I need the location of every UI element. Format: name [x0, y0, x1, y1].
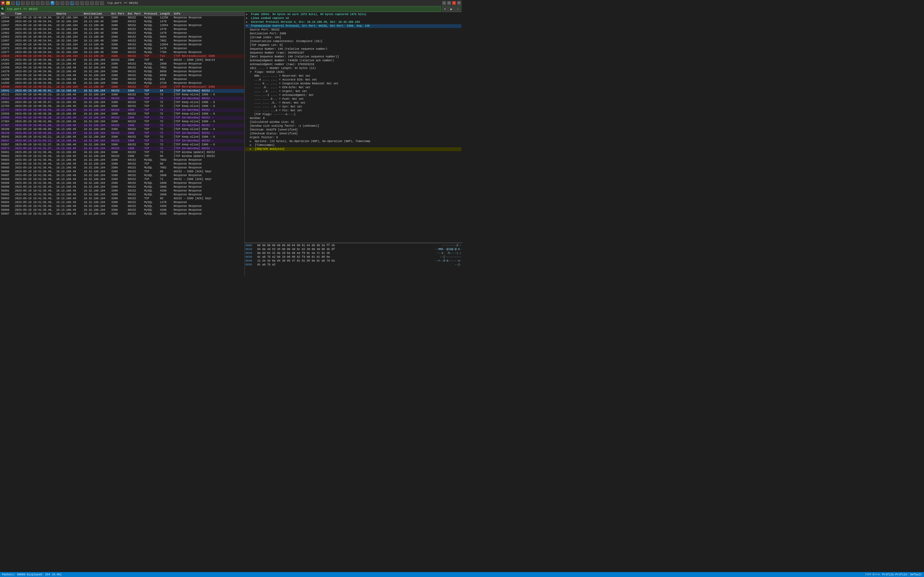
- table-row[interactable]: 138102023-05-19 18:40:34.96816210.32.186…: [0, 55, 244, 58]
- detail-next-seq[interactable]: [Next Sequence Number: 140 (relative seq…: [245, 55, 462, 59]
- table-row[interactable]: 301202023-05-19 18:40:48.88028110.13.180…: [0, 131, 244, 135]
- packet-list[interactable]: No. Time Source Destination Src Port Dst…: [0, 12, 245, 276]
- col-header-srcport[interactable]: Src Port: [110, 12, 126, 16]
- detail-timestamps[interactable]: ▶ [Timestamps]: [245, 143, 462, 147]
- detail-tcp[interactable]: ▼ Transmission Control Protocol, Src Por…: [245, 24, 462, 28]
- table-row[interactable]: 126442023-05-19 18:40:34.94314810.32.186…: [0, 16, 244, 20]
- table-row[interactable]: 227772023-05-19 18:40:36.59218610.13.180…: [0, 108, 244, 112]
- table-row[interactable]: 126672023-05-19 18:40:34.94334510.32.186…: [0, 39, 244, 43]
- table-row[interactable]: 566892023-05-19 18:41:36.46422710.13.180…: [0, 181, 244, 185]
- table-row[interactable]: 155402023-05-19 18:40:35.01408310.32.186…: [0, 85, 244, 89]
- col-header-source[interactable]: Source: [55, 12, 82, 16]
- detail-linux[interactable]: ▶ Linux cooked capture v2: [245, 16, 462, 20]
- detail-urgent-ptr[interactable]: Urgent Pointer: 0: [245, 136, 462, 140]
- hex-panel[interactable]: 000008 00 00 00 00 00 00 04 00 01 04 06 …: [245, 243, 462, 276]
- table-row[interactable]: 535672023-05-19 18:41:31.37612710.13.180…: [0, 143, 244, 147]
- table-row[interactable]: 566882023-05-19 18:41:36.46416910.13.180…: [0, 177, 244, 181]
- table-row[interactable]: 566922023-05-19 18:41:36.46424410.13.180…: [0, 193, 244, 197]
- detail-header-len[interactable]: 1011 .... = Header Length: 44 bytes (11): [245, 66, 462, 70]
- detail-flag-congestion[interactable]: .... 0... .... = Congestion Window Reduc…: [245, 82, 462, 86]
- detail-flags[interactable]: ▼ Flags: 0x010 (ACK): [245, 70, 462, 74]
- table-row[interactable]: 566852023-05-19 18:41:36.46399710.13.180…: [0, 166, 244, 170]
- detail-window-scale[interactable]: [Window size scaling factor: -1 (unknown…: [245, 124, 462, 128]
- detail-ack-num[interactable]: Acknowledgment Number: 744820 (relative …: [245, 59, 462, 63]
- detail-flag-push[interactable]: .... .... 0... = Push: Not set: [245, 97, 462, 101]
- table-row[interactable]: 142692023-05-19 18:40:34.98197710.13.180…: [0, 66, 244, 70]
- table-row[interactable]: 126722023-05-19 18:40:34.94342910.32.186…: [0, 47, 244, 50]
- table-row[interactable]: 566832023-05-19 18:41:36.46398910.13.180…: [0, 158, 244, 162]
- detail-flag-reset[interactable]: .... .... .0.. = Reset: Not set: [245, 101, 462, 105]
- filter-bookmark-button[interactable]: ☆: [455, 6, 461, 11]
- detail-stream[interactable]: [Stream index: 104]: [245, 36, 462, 40]
- minimize-button[interactable]: ─: [442, 1, 446, 5]
- detail-options[interactable]: ▶ Options: (24 bytes), No-Operation (NOP…: [245, 140, 462, 143]
- detail-src-port[interactable]: Source Port: 60152: [245, 28, 462, 32]
- detail-flag-fin[interactable]: .... .... ...0 = Fin: Not set: [245, 109, 462, 113]
- detail-seg-len[interactable]: [TCP Segment Len: 0]: [245, 44, 462, 47]
- detail-calc-window[interactable]: [Calculated window size: 0]: [245, 120, 462, 124]
- table-row[interactable]: 566972023-05-19 18:41:36.46333410.13.180…: [0, 212, 244, 216]
- col-header-length[interactable]: Length: [159, 12, 173, 16]
- table-row[interactable]: 393472023-05-19 18:41:03.21610710.13.180…: [0, 139, 244, 143]
- detail-ack-raw[interactable]: Acknowledgment number (raw): 3702029218: [245, 63, 462, 66]
- detail-flag-syn[interactable]: .... .... ..0. = Syn: Not set: [245, 105, 462, 109]
- detail-flag-reserved[interactable]: 000. .... .... = Reserved: Not set: [245, 74, 462, 78]
- table-row[interactable]: 535732023-05-19 18:41:31.37614110.13.180…: [0, 147, 244, 151]
- filter-apply-button[interactable]: ▶: [449, 6, 454, 11]
- table-row[interactable]: 126462023-05-19 18:40:34.94316610.32.186…: [0, 20, 244, 24]
- detail-seq-ack[interactable]: ▶ [SEQ/ACK analysis]: [245, 147, 462, 151]
- table-row[interactable]: 191122023-05-19 18:40:35.23208110.13.180…: [0, 97, 244, 101]
- maximize-button[interactable]: □: [447, 1, 451, 5]
- table-row[interactable]: 227652023-05-19 18:40:36.59216310.13.180…: [0, 105, 244, 108]
- filter-clear-button[interactable]: ✕: [442, 6, 448, 11]
- detail-frame[interactable]: ▶ Frame 15541: 84 bytes on wire (672 bit…: [245, 13, 462, 16]
- col-header-protocol[interactable]: Protocol: [143, 12, 159, 16]
- table-row[interactable]: 142802023-05-19 18:40:34.98208810.13.180…: [0, 77, 244, 81]
- col-header-no[interactable]: No.: [0, 12, 14, 16]
- table-row[interactable]: 142612023-05-19 18:40:34.98178610.13.180…: [0, 58, 244, 62]
- detail-flag-urgent[interactable]: .... ..0. .... = Urgent: Not set: [245, 90, 462, 93]
- table-row[interactable]: 142782023-05-19 18:40:34.98205710.13.180…: [0, 74, 244, 77]
- filter-input[interactable]: [5, 6, 441, 11]
- detail-checksum-status[interactable]: [Checksum Status: Unverified]: [245, 132, 462, 136]
- table-row[interactable]: 126622023-05-19 18:40:34.94329510.32.186…: [0, 31, 244, 35]
- table-row[interactable]: 126772023-05-19 18:40:34.94345310.32.186…: [0, 50, 244, 55]
- table-row[interactable]: 566932023-05-19 18:41:36.46425410.13.180…: [0, 197, 244, 201]
- col-header-destination[interactable]: Destination: [82, 12, 110, 16]
- table-row[interactable]: 235582023-05-19 18:40:38.38411510.13.180…: [0, 112, 244, 116]
- table-row[interactable]: 191112023-05-19 18:40:35.23207210.13.180…: [0, 93, 244, 97]
- table-row[interactable]: 566952023-05-19 18:41:36.46429010.13.180…: [0, 205, 244, 208]
- packet-detail[interactable]: ▶ Frame 15541: 84 bytes on wire (672 bit…: [245, 12, 462, 243]
- col-header-dstport[interactable]: Dst Port: [126, 12, 143, 16]
- table-row[interactable]: 566812023-05-19 18:41:36.46375610.13.180…: [0, 151, 244, 155]
- table-row[interactable]: 142832023-05-19 18:40:34.98213610.13.180…: [0, 81, 244, 85]
- col-header-time[interactable]: Time: [14, 12, 55, 16]
- table-row[interactable]: 273842023-05-19 18:40:41.90411510.13.180…: [0, 120, 244, 124]
- detail-window[interactable]: Window: 0: [245, 116, 462, 120]
- detail-conversation[interactable]: [Conversation completeness: Incomplete (…: [245, 40, 462, 44]
- detail-checksum[interactable]: Checksum: 0x82f9 [unverified]: [245, 128, 462, 132]
- table-row[interactable]: 155412023-05-19 18:40:35.01409210.13.180…: [0, 89, 244, 93]
- table-row[interactable]: 566942023-05-19 18:41:36.46428510.13.180…: [0, 201, 244, 205]
- col-header-info[interactable]: Info: [173, 12, 244, 16]
- table-row[interactable]: 220812023-05-19 18:40:35.67265810.13.180…: [0, 101, 244, 105]
- table-row[interactable]: 126472023-05-19 18:40:34.94317510.32.186…: [0, 24, 244, 27]
- table-row[interactable]: 566902023-05-19 18:41:36.46423210.13.180…: [0, 185, 244, 189]
- table-row[interactable]: 126592023-05-19 18:40:34.94329010.32.186…: [0, 27, 244, 31]
- table-row[interactable]: 566862023-05-19 18:41:36.46403510.13.180…: [0, 170, 244, 174]
- detail-seq-raw[interactable]: Sequence Number (raw): 3934032187: [245, 51, 462, 55]
- detail-flag-accurate[interactable]: ...0 .... .... = Accurate ECN: Not set: [245, 78, 462, 82]
- expand-button[interactable]: +: [457, 1, 461, 5]
- table-row[interactable]: 301092023-05-19 18:40:48.88025410.13.180…: [0, 127, 244, 131]
- detail-flag-ack[interactable]: .... ...1 .... = Acknowledgment: Set: [245, 93, 462, 97]
- table-row[interactable]: 566912023-05-19 18:41:36.46423910.13.180…: [0, 189, 244, 193]
- table-row[interactable]: 142632023-05-19 18:40:34.98194010.13.180…: [0, 62, 244, 66]
- detail-dst-port[interactable]: Destination Port: 3306: [245, 32, 462, 36]
- table-row[interactable]: 566842023-05-19 18:41:36.46400810.13.180…: [0, 162, 244, 166]
- window-close-button[interactable]: ✕: [452, 1, 456, 5]
- table-row[interactable]: 142702023-05-19 18:40:34.98198510.13.180…: [0, 70, 244, 74]
- detail-ipv4[interactable]: ▶ Internet Protocol Version 4, Src: 10.1…: [245, 20, 462, 24]
- detail-flag-ecnecho[interactable]: .... .0.. .... = ECN-Echo: Not set: [245, 86, 462, 90]
- table-row[interactable]: 566962023-05-19 18:41:36.46330310.13.180…: [0, 208, 244, 212]
- table-row[interactable]: 566872023-05-19 18:41:36.46415510.13.180…: [0, 174, 244, 177]
